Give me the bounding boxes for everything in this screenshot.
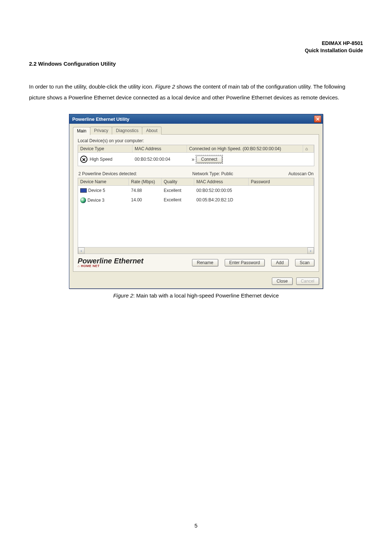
- window-title: Powerline Ethernet Utility: [72, 116, 129, 122]
- utility-dialog: Powerline Ethernet Utility ✕ Main Privac…: [69, 114, 323, 289]
- device-mac: 00:B0:52:00:00:05: [194, 188, 249, 193]
- close-button[interactable]: Close: [272, 278, 293, 285]
- local-device-mac: 00:B0:52:00:00:04: [132, 153, 187, 166]
- rename-button[interactable]: Rename: [192, 259, 218, 266]
- network-type: Network Type: Public: [192, 171, 233, 176]
- section-title: 2.2 Windows Configuration Utility: [29, 61, 363, 67]
- figure-text: : Main tab with a local high-speed Power…: [133, 292, 279, 299]
- brand-logo: Powerline Ethernet HOME NET: [78, 258, 143, 268]
- detected-table-header: Device Name Rate (Mbps) Quality MAC Addr…: [78, 178, 314, 186]
- devices-detected: 2 Powerline Devices detected:: [78, 171, 137, 176]
- connect-button[interactable]: Connect: [196, 156, 222, 163]
- scroll-right-icon[interactable]: ›: [307, 247, 314, 254]
- local-table-header: Device Type MAC Address Connected on Hig…: [78, 145, 314, 153]
- autoscan-status: Autoscan On: [289, 171, 314, 176]
- horizontal-scrollbar[interactable]: ‹ ›: [78, 247, 314, 254]
- local-devices-table: Device Type MAC Address Connected on Hig…: [78, 145, 314, 166]
- figure-label: Figure 2: [113, 292, 133, 299]
- detected-devices-table: Device Name Rate (Mbps) Quality MAC Addr…: [78, 178, 314, 254]
- cancel-button: Cancel: [296, 278, 319, 285]
- header-line2: Quick Installation Guide: [29, 47, 363, 54]
- page-number: 5: [0, 522, 392, 529]
- brand-line1: Powerline Ethernet: [78, 258, 143, 264]
- col-mac2: MAC Address: [194, 178, 249, 185]
- titlebar[interactable]: Powerline Ethernet Utility ✕: [69, 114, 323, 124]
- device-rate: 74.88: [129, 188, 162, 193]
- device-name: Device 3: [87, 198, 105, 203]
- col-quality: Quality: [162, 178, 194, 185]
- col-device-name: Device Name: [78, 178, 129, 185]
- local-device-type: High Speed: [90, 157, 113, 162]
- globe-icon: [80, 197, 86, 203]
- device-password: [249, 197, 314, 203]
- status-row: 2 Powerline Devices detected: Network Ty…: [78, 171, 314, 176]
- figure-ref: Figure 2: [155, 83, 175, 90]
- local-devices-label: Local Device(s) on your computer:: [78, 138, 314, 143]
- device-quality: Excellent: [162, 197, 194, 203]
- tab-main[interactable]: Main: [73, 127, 90, 135]
- detected-table-body: Device 5 74.88 Excellent 00:B0:52:00:00:…: [78, 186, 314, 247]
- figure-caption: Figure 2: Main tab with a local high-spe…: [113, 292, 279, 299]
- tab-about[interactable]: About: [142, 127, 161, 135]
- device-quality: Excellent: [162, 188, 194, 193]
- main-panel: Local Device(s) on your computer: Device…: [73, 134, 319, 272]
- col-rate: Rate (Mbps): [129, 178, 162, 185]
- close-icon[interactable]: ✕: [314, 115, 321, 123]
- house-icon: ⌂: [303, 145, 314, 152]
- document-header: EDIMAX HP-8501 Quick Installation Guide: [29, 40, 363, 54]
- device-mac: 00:05:B4:20:B2:1D: [194, 197, 249, 203]
- intro-paragraph: In order to run the utility, double-clic…: [29, 81, 363, 103]
- table-row[interactable]: Device 3 14.00 Excellent 00:05:B4:20:B2:…: [78, 195, 314, 205]
- col-status: Connected on High Speed. (00:B0:52:00:00…: [187, 145, 303, 152]
- device-name: Device 5: [88, 188, 105, 193]
- device-rate: 14.00: [129, 197, 162, 203]
- tab-privacy[interactable]: Privacy: [90, 127, 112, 135]
- col-password: Password: [249, 178, 314, 185]
- chevron-right-icon: »: [189, 156, 196, 162]
- table-row[interactable]: Device 5 74.88 Excellent 00:B0:52:00:00:…: [78, 186, 314, 195]
- scroll-left-icon[interactable]: ‹: [78, 247, 85, 254]
- col-mac: MAC Address: [132, 145, 187, 152]
- pc-icon: [80, 188, 87, 193]
- enter-password-button[interactable]: Enter Password: [225, 259, 265, 266]
- scan-button[interactable]: Scan: [295, 259, 314, 266]
- add-button[interactable]: Add: [271, 259, 288, 266]
- header-line1: EDIMAX HP-8501: [29, 40, 363, 47]
- local-device-row[interactable]: High Speed 00:B0:52:00:00:04 » Connect: [78, 153, 314, 166]
- tab-diagnostics[interactable]: Diagnostics: [112, 127, 142, 135]
- col-device-type: Device Type: [78, 145, 132, 152]
- device-icon: [80, 156, 87, 163]
- device-password: [249, 188, 314, 193]
- intro-before: In order to run the utility, double-clic…: [29, 83, 155, 90]
- tab-strip: Main Privacy Diagnostics About: [73, 127, 319, 135]
